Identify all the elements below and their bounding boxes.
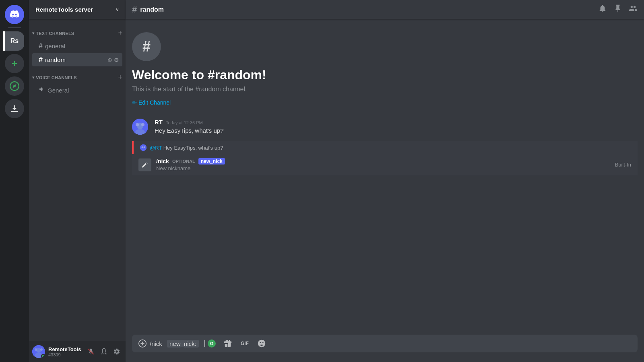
- slash-cmd-builtin-label: Built-In: [615, 162, 631, 168]
- speaker-icon: [39, 86, 45, 94]
- input-right-icons: G GIF: [205, 337, 268, 350]
- explore-icon[interactable]: [5, 76, 24, 96]
- add-text-channel-button[interactable]: +: [118, 29, 122, 37]
- slash-cmd-title: /nick OPTIONAL new_nick: [156, 158, 610, 165]
- notification-bell-icon[interactable]: [598, 4, 607, 15]
- user-discriminator: #3309: [48, 352, 82, 357]
- text-channels-label: ▾ TEXT CHANNELS: [32, 31, 74, 36]
- add-voice-channel-button[interactable]: +: [118, 73, 122, 82]
- welcome-title: Welcome to #random!: [132, 68, 638, 82]
- slash-cmd-optional-label: OPTIONAL: [172, 159, 195, 164]
- svg-point-14: [140, 144, 147, 151]
- svg-point-4: [36, 348, 41, 353]
- attach-button[interactable]: [135, 336, 150, 351]
- discord-home-icon[interactable]: [5, 5, 24, 24]
- settings-icon[interactable]: ⚙: [114, 57, 119, 63]
- user-controls: [85, 346, 122, 357]
- message-text: Hey EasyTips, what's up?: [155, 126, 638, 135]
- edit-channel-link[interactable]: ✏ Edit Channel: [132, 99, 638, 106]
- svg-point-15: [142, 146, 143, 148]
- svg-point-6: [35, 348, 37, 351]
- message-header: RT Today at 12:36 PM: [155, 119, 638, 125]
- channel-name-general: general: [45, 43, 65, 49]
- message-input-area: /nick new_nick: G: [126, 335, 644, 362]
- slash-cmd-icon: [138, 158, 151, 171]
- header-channel-name: random: [140, 6, 164, 13]
- slash-cmd-content: /nick OPTIONAL new_nick New nickname: [156, 158, 610, 171]
- header-icons: [598, 4, 638, 15]
- slash-cmd-param-badge: new_nick: [198, 158, 225, 165]
- deafen-button[interactable]: [98, 346, 109, 357]
- message-input-text[interactable]: /nick new_nick:: [150, 335, 205, 352]
- gif-button[interactable]: GIF: [237, 337, 252, 350]
- svg-text:G: G: [210, 341, 214, 346]
- channel-intro: # Welcome to #random! This is the start …: [126, 26, 644, 115]
- channel-sidebar: RemoteTools server ∨ ▾ TEXT CHANNELS + #…: [29, 0, 126, 362]
- invite-icon[interactable]: ⊕: [107, 57, 112, 63]
- user-settings-button[interactable]: [111, 346, 122, 357]
- message-input-box: /nick new_nick: G: [132, 335, 638, 352]
- server-header[interactable]: RemoteTools server ∨: [29, 0, 126, 19]
- username: RemoteTools: [48, 346, 82, 352]
- sidebar-item-general[interactable]: # general: [32, 39, 122, 53]
- header-hash-icon: #: [132, 4, 137, 15]
- message-group: RT Today at 12:36 PM Hey EasyTips, what'…: [126, 115, 644, 138]
- channel-header: # random: [126, 0, 644, 19]
- emoji-button[interactable]: [255, 337, 268, 350]
- message-username: RT: [155, 119, 163, 125]
- sidebar-item-general-voice[interactable]: General: [32, 84, 122, 97]
- main-content: # random #: [126, 0, 644, 362]
- message-content: RT Today at 12:36 PM Hey EasyTips, what'…: [155, 119, 638, 135]
- server-name: RemoteTools server: [35, 6, 93, 13]
- svg-point-11: [136, 123, 139, 126]
- svg-rect-2: [11, 111, 18, 112]
- voice-channels-label: ▾ VOICE CHANNELS: [32, 75, 77, 80]
- server-sidebar: Rs +: [0, 0, 29, 362]
- chevron-down-icon: ∨: [116, 7, 119, 12]
- channel-actions: ⊕ ⚙: [107, 57, 119, 63]
- slash-command-item[interactable]: /nick OPTIONAL new_nick New nickname Bui…: [132, 154, 638, 175]
- svg-point-7: [40, 348, 43, 351]
- welcome-desc: This is the start of the #random channel…: [132, 86, 638, 93]
- user-info: RemoteTools #3309: [48, 346, 82, 357]
- edit-pencil-icon: ✏: [132, 99, 137, 106]
- reply-bar: @RT Hey EasyTips, what's up?: [132, 141, 638, 154]
- voice-channel-name-general: General: [47, 87, 69, 94]
- user-panel: RemoteTools #3309: [29, 341, 126, 362]
- rs-server-icon[interactable]: Rs: [3, 31, 24, 51]
- nitro-button[interactable]: G: [205, 337, 218, 350]
- channel-name-random: random: [45, 56, 66, 63]
- hash-icon: #: [39, 56, 43, 64]
- messages-area: # Welcome to #random! This is the start …: [126, 19, 644, 335]
- text-channels-category[interactable]: ▾ TEXT CHANNELS +: [29, 23, 126, 39]
- online-status-indicator: [41, 354, 45, 358]
- avatar: [132, 119, 148, 135]
- svg-point-16: [144, 146, 145, 148]
- server-divider: [8, 27, 21, 28]
- svg-point-12: [141, 123, 144, 126]
- pin-icon[interactable]: [613, 4, 622, 15]
- voice-channels-category[interactable]: ▾ VOICE CHANNELS +: [29, 67, 126, 83]
- reply-mini-avatar: [140, 144, 147, 151]
- slash-suggestion-container: @RT Hey EasyTips, what's up? /nick OPTIO…: [132, 141, 638, 175]
- members-icon[interactable]: [629, 4, 638, 15]
- channel-list: ▾ TEXT CHANNELS + # general # random ⊕ ⚙…: [29, 19, 126, 341]
- avatar: [32, 345, 45, 358]
- slash-cmd-desc: New nickname: [156, 165, 610, 171]
- new-nick-param-text: new_nick:: [167, 340, 199, 348]
- download-icon[interactable]: [5, 99, 24, 118]
- sidebar-item-random[interactable]: # random ⊕ ⚙: [32, 53, 122, 66]
- gift-button[interactable]: [221, 337, 234, 350]
- mute-button[interactable]: [85, 346, 97, 357]
- channel-large-icon: #: [132, 32, 161, 61]
- message-timestamp: Today at 12:36 PM: [166, 120, 203, 125]
- slash-command-input-text: /nick: [150, 340, 162, 347]
- svg-marker-1: [12, 84, 16, 88]
- slash-cmd-name: /nick: [156, 158, 169, 165]
- reply-mention[interactable]: @RT: [150, 145, 162, 151]
- reply-text: @RT Hey EasyTips, what's up?: [150, 145, 223, 151]
- add-server-icon[interactable]: +: [5, 54, 24, 73]
- hash-icon: #: [39, 42, 43, 50]
